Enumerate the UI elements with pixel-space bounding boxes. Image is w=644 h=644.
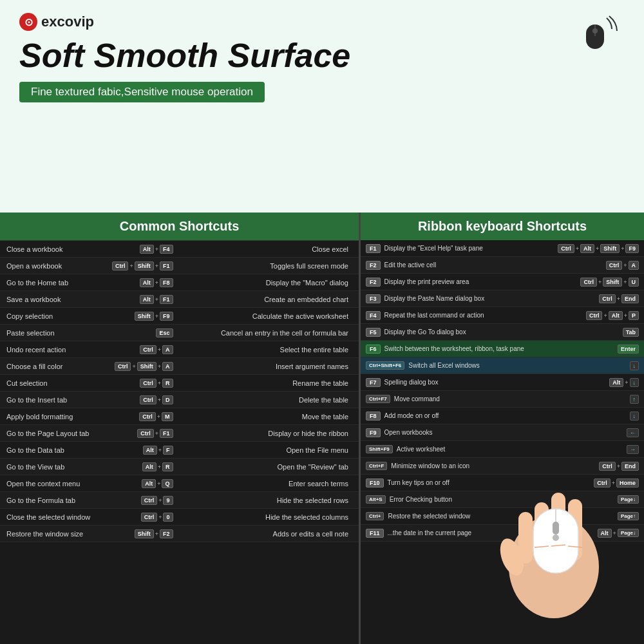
right-shortcut-column: Close excel Toggles full screen mode Dis… [180,241,359,542]
shortcut-row: Open a workbook Ctrl+Shift+F1 [0,258,180,274]
svg-rect-11 [553,522,559,535]
shortcut-row: Paste selection Esc [0,325,180,341]
shortcut-row: Undo recent action Ctrl+A [0,341,180,358]
ribbon-row: Ctrl+Shift+F6 Switch all Excel windows ↓ [361,357,644,374]
shortcut-row: Hide the selected rows [180,492,359,509]
mouse-hand-overlay [464,431,644,625]
left-shortcut-column: Close a workbook Alt+F4 Open a workbook … [0,241,180,542]
shortcut-row: Adds or edits a cell note [180,526,359,542]
logo-text: excovip [41,14,94,30]
shortcut-row: Move the table [180,408,359,425]
ribbon-row: F2 Display the print preview area Ctrl+S… [361,274,644,290]
shortcut-row: Copy selection Shift+F9 [0,308,180,325]
shortcut-row: Select the entire table [180,341,359,358]
shortcuts-panel: Common Shortcuts Close a workbook Alt+F4… [0,213,361,644]
shortcut-row: Enter search terms [180,475,359,492]
bottom-section: Common Shortcuts Close a workbook Alt+F4… [0,213,644,644]
common-shortcuts-header: Common Shortcuts [0,213,359,240]
shortcut-row: Display the "Macro" dialog [180,274,359,291]
shortcut-row: Delete the table [180,392,359,408]
ribbon-row: F8 Add mode on or off ↓ [361,408,644,424]
ribbon-row: F7 Spelling dialog box Alt+↓ [361,374,644,391]
shortcut-row: Cut selection Ctrl+R [0,375,180,392]
shortcut-row: Cancel an entry in the cell or formula b… [180,325,359,341]
mouse-icon [573,13,618,58]
logo-icon: ⊙ [19,13,37,31]
shortcut-row: Go to the Home tab Alt+F8 [0,274,180,291]
shortcuts-grid: Close a workbook Alt+F4 Open a workbook … [0,240,359,542]
svg-point-12 [553,535,559,541]
shortcut-row: Open the "Review" tab [180,459,359,475]
shortcut-row: Create an embedded chart [180,291,359,308]
ribbon-row: F6 Switch between the worksheet, ribbon,… [361,341,644,357]
shortcut-row: Rename the table [180,375,359,392]
tagline-box: Fine textured fabic,Sensitive mouse oper… [19,82,265,102]
ribbon-row: F2 Edit the active cell Ctrl+A [361,257,644,274]
shortcut-row: Close the selected window Ctrl+0 [0,509,180,526]
shortcut-row: Go to the View tab Alt+R [0,459,180,475]
top-section: ⊙ excovip Soft Smooth Surface Fine textu… [0,0,644,213]
logo-area: ⊙ excovip [19,13,625,31]
shortcut-row: Close excel [180,241,359,258]
shortcut-row: Restore the window size Shift+F2 [0,526,180,542]
ribbon-row: F3 Display the Paste Name dialog box Ctr… [361,290,644,307]
shortcut-row: Apply bold formatting Ctrl+M [0,408,180,425]
ribbon-shortcuts-header: Ribbon keyboard Shortcuts [361,213,644,240]
ribbon-row: Ctrl+F7 Move command ↑ [361,391,644,408]
shortcut-row: Go to the Insert tab Ctrl+D [0,392,180,408]
shortcut-row: Choose a fill color Ctrl+Shift+A [0,358,180,375]
svg-point-2 [592,28,598,33]
shortcut-row: Insert argument names [180,358,359,375]
shortcut-row: Toggles full screen mode [180,258,359,274]
shortcut-row: Calculate the active worksheet [180,308,359,325]
ribbon-row: F4 Repeat the last command or action Ctr… [361,307,644,324]
shortcut-row: Display or hide the ribbon [180,425,359,442]
shortcut-row: Open the context menu Alt+Q [0,475,180,492]
ribbon-row: F1 Display the "Excel Help" task pane Ct… [361,240,644,257]
shortcut-row: Hide the selected columns [180,509,359,526]
shortcut-row: Save a workbook Alt+F1 [0,291,180,308]
shortcut-row: Close a workbook Alt+F4 [0,241,180,258]
shortcut-row: Go to the Data tab Alt+F [0,442,180,459]
shortcut-row: Go to the Page Layout tab Ctrl+F1 [0,425,180,442]
ribbon-panel: Ribbon keyboard Shortcuts F1 Display the… [361,213,644,644]
ribbon-row: F5 Display the Go To dialog box Tab [361,324,644,341]
shortcut-row: Go to the Formula tab Ctrl+9 [0,492,180,509]
shortcut-row: Open the File menu [180,442,359,459]
headline: Soft Smooth Surface [19,37,625,74]
